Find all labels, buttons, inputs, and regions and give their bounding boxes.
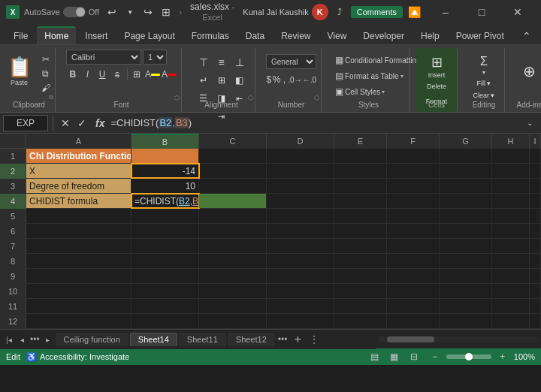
formula-confirm-button[interactable]: ✓ bbox=[74, 116, 89, 131]
undo-button[interactable]: ↩ bbox=[104, 4, 120, 20]
cell-c3[interactable] bbox=[199, 179, 267, 193]
cell-g10[interactable] bbox=[440, 284, 492, 298]
add-sheet-button[interactable]: + bbox=[290, 332, 305, 347]
cell-e7[interactable] bbox=[334, 239, 387, 253]
cell-g12[interactable] bbox=[440, 314, 492, 328]
cut-button[interactable]: ✂ bbox=[38, 53, 54, 66]
cell-f8[interactable] bbox=[387, 254, 440, 268]
zoom-in-button[interactable]: + bbox=[494, 348, 511, 365]
cell-b4[interactable]: =CHIDIST(B2,B3) bbox=[131, 194, 199, 208]
zoom-slider-thumb[interactable] bbox=[465, 353, 473, 360]
cell-h4[interactable] bbox=[492, 194, 530, 208]
number-expand-icon[interactable]: ⬡ bbox=[314, 95, 319, 101]
merge-center-button[interactable]: ⊞ bbox=[213, 72, 230, 89]
cell-a10[interactable] bbox=[26, 284, 131, 298]
col-header-c[interactable]: C bbox=[199, 134, 267, 149]
align-top-button[interactable]: ⊤ bbox=[195, 54, 212, 71]
accessibility-label[interactable]: Accessibility: Investigate bbox=[40, 352, 129, 361]
tab-view[interactable]: View bbox=[320, 28, 355, 44]
tab-file[interactable]: File bbox=[6, 28, 35, 44]
comma-button[interactable]: , bbox=[281, 72, 287, 87]
cell-a9[interactable] bbox=[26, 269, 131, 283]
cell-h7[interactable] bbox=[492, 239, 530, 253]
row-header-8[interactable]: 8 bbox=[0, 254, 26, 269]
cell-f2[interactable] bbox=[387, 164, 440, 178]
cell-b2[interactable]: -14 bbox=[131, 164, 199, 178]
row-header-1[interactable]: 1 bbox=[0, 149, 26, 164]
cell-b5[interactable] bbox=[131, 209, 199, 223]
copy-button[interactable]: ⧉ bbox=[38, 67, 54, 80]
cell-c1[interactable] bbox=[199, 149, 267, 163]
cell-b6[interactable] bbox=[131, 224, 199, 238]
cell-a2[interactable]: X bbox=[26, 164, 131, 178]
comments-button[interactable]: Comments bbox=[351, 6, 403, 18]
format-as-table-button[interactable]: ▤ Format as Table ▾ bbox=[332, 68, 405, 83]
col-header-e[interactable]: E bbox=[334, 134, 387, 149]
cell-h1[interactable] bbox=[492, 149, 530, 163]
row-header-7[interactable]: 7 bbox=[0, 239, 26, 254]
cell-h2[interactable] bbox=[492, 164, 530, 178]
cell-b9[interactable] bbox=[131, 269, 199, 283]
cell-c6[interactable] bbox=[199, 224, 267, 238]
cell-c12[interactable] bbox=[199, 314, 267, 328]
cell-g8[interactable] bbox=[440, 254, 492, 268]
clear-button[interactable]: Clear ▾ bbox=[467, 90, 500, 101]
cell-d2[interactable] bbox=[267, 164, 334, 178]
autosum-button[interactable]: Σ ▾ bbox=[467, 54, 500, 77]
cell-e11[interactable] bbox=[334, 299, 387, 313]
clipboard-expand-icon[interactable]: ⧉ bbox=[49, 94, 53, 101]
page-break-view-button[interactable]: ⊟ bbox=[406, 348, 422, 365]
cell-i5[interactable] bbox=[530, 209, 541, 223]
col-header-b[interactable]: B bbox=[131, 134, 199, 149]
delete-cells-button[interactable]: Delete bbox=[422, 80, 452, 93]
cell-d7[interactable] bbox=[267, 239, 334, 253]
redo-button[interactable]: ↪ bbox=[140, 4, 156, 20]
decrease-decimal-button[interactable]: .0→ bbox=[288, 72, 301, 87]
cell-e10[interactable] bbox=[334, 284, 387, 298]
cell-c11[interactable] bbox=[199, 299, 267, 313]
font-color-button[interactable]: A bbox=[162, 67, 177, 82]
sheet-tab-ceiling[interactable]: Ceiling function bbox=[56, 333, 128, 346]
row-header-2[interactable]: 2 bbox=[0, 164, 26, 179]
quick-access-more[interactable]: ⊞ bbox=[158, 4, 174, 20]
cell-c2[interactable] bbox=[199, 164, 267, 178]
row-header-11[interactable]: 11 bbox=[0, 299, 26, 314]
cell-g7[interactable] bbox=[440, 239, 492, 253]
minimize-button[interactable]: – bbox=[428, 0, 463, 24]
cell-styles-button[interactable]: ▣ Cell Styles ▾ bbox=[332, 84, 405, 99]
currency-button[interactable]: $ bbox=[266, 72, 272, 87]
name-box[interactable] bbox=[3, 115, 48, 131]
cell-g5[interactable] bbox=[440, 209, 492, 223]
tab-more-right[interactable]: ••• bbox=[277, 334, 289, 345]
cell-c9[interactable] bbox=[199, 269, 267, 283]
cell-f11[interactable] bbox=[387, 299, 440, 313]
cell-i3[interactable] bbox=[530, 179, 541, 193]
row-header-10[interactable]: 10 bbox=[0, 284, 26, 299]
cell-b8[interactable] bbox=[131, 254, 199, 268]
addins-button[interactable]: ⊕ bbox=[515, 57, 542, 86]
close-button[interactable]: ✕ bbox=[500, 0, 535, 24]
col-header-i[interactable]: I bbox=[530, 134, 541, 149]
cell-c7[interactable] bbox=[199, 239, 267, 253]
cell-i1[interactable] bbox=[530, 149, 541, 163]
underline-button[interactable]: U bbox=[95, 67, 109, 82]
zoom-slider[interactable] bbox=[446, 354, 491, 359]
cell-h5[interactable] bbox=[492, 209, 530, 223]
percent-button[interactable]: % bbox=[273, 72, 281, 87]
cell-h10[interactable] bbox=[492, 284, 530, 298]
cell-a4[interactable]: CHIDIST formula bbox=[26, 194, 131, 208]
page-layout-view-button[interactable]: ▦ bbox=[386, 348, 403, 365]
italic-button[interactable]: I bbox=[81, 67, 95, 82]
cell-f7[interactable] bbox=[387, 239, 440, 253]
align-left-button[interactable]: ◧ bbox=[231, 72, 248, 89]
tab-prev-button[interactable]: ◂ bbox=[16, 333, 28, 345]
tab-page-layout[interactable]: Page Layout bbox=[116, 28, 182, 44]
formula-cancel-button[interactable]: ✕ bbox=[58, 116, 73, 131]
bold-button[interactable]: B bbox=[66, 67, 80, 82]
cell-e3[interactable] bbox=[334, 179, 387, 193]
collapse-ribbon-icon[interactable]: ⌃ bbox=[518, 28, 535, 44]
expand-formula-bar-button[interactable]: ⌄ bbox=[521, 115, 538, 131]
cell-c5[interactable] bbox=[199, 209, 267, 223]
cell-d11[interactable] bbox=[267, 299, 334, 313]
cell-a7[interactable] bbox=[26, 239, 131, 253]
